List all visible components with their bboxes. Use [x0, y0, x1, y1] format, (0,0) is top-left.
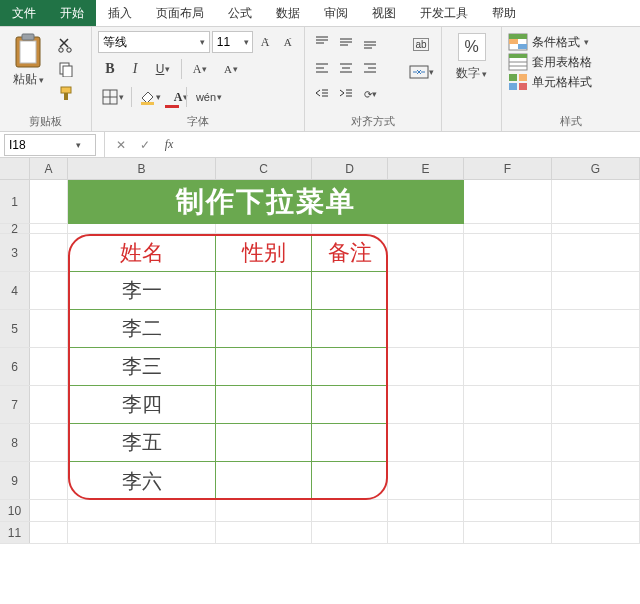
- table-cell[interactable]: 李五: [68, 424, 216, 462]
- cancel-formula-button[interactable]: ✕: [109, 134, 133, 156]
- select-all-corner[interactable]: [0, 158, 30, 179]
- tab-review[interactable]: 审阅: [312, 0, 360, 26]
- copy-button[interactable]: [56, 59, 76, 79]
- row-header[interactable]: 11: [0, 522, 30, 543]
- table-cell[interactable]: 李一: [68, 272, 216, 310]
- table-cell[interactable]: [312, 424, 388, 462]
- chevron-down-icon[interactable]: ▾: [242, 37, 252, 47]
- merge-center-button[interactable]: ▾: [407, 61, 435, 83]
- paste-button[interactable]: 粘贴 ▾: [6, 31, 50, 88]
- copy-icon: [58, 61, 74, 77]
- number-format-button[interactable]: % 数字▾: [450, 33, 494, 82]
- col-header[interactable]: E: [388, 158, 464, 179]
- row-header[interactable]: 7: [0, 386, 30, 423]
- name-box-input[interactable]: [5, 138, 71, 152]
- table-header-name[interactable]: 姓名: [68, 234, 216, 272]
- formula-input[interactable]: [181, 134, 640, 156]
- col-header[interactable]: F: [464, 158, 552, 179]
- group-font: ▾ ▾ Â Ǎ B I U▾ A▾ A▾: [92, 27, 305, 131]
- col-header[interactable]: G: [552, 158, 640, 179]
- font-size-combo[interactable]: ▾: [212, 31, 253, 53]
- enter-formula-button[interactable]: ✓: [133, 134, 157, 156]
- table-cell[interactable]: [216, 386, 312, 424]
- tab-layout[interactable]: 页面布局: [144, 0, 216, 26]
- align-center-button[interactable]: [335, 57, 357, 79]
- indent-right-icon: [338, 86, 354, 102]
- name-box[interactable]: ▾: [4, 134, 96, 156]
- conditional-format-icon: [508, 33, 528, 51]
- align-right-button[interactable]: [359, 57, 381, 79]
- table-cell[interactable]: [216, 462, 312, 500]
- font-size-input[interactable]: [213, 35, 242, 49]
- table-cell[interactable]: 李六: [68, 462, 216, 500]
- font-name-input[interactable]: [99, 35, 196, 49]
- font-grow-a-button[interactable]: A▾: [185, 57, 215, 81]
- col-header[interactable]: D: [312, 158, 388, 179]
- font-name-combo[interactable]: ▾: [98, 31, 210, 53]
- conditional-format-button[interactable]: 条件格式▾: [508, 33, 592, 51]
- row-header[interactable]: 3: [0, 234, 30, 271]
- row-header[interactable]: 5: [0, 310, 30, 347]
- table-cell[interactable]: [216, 310, 312, 348]
- row-header[interactable]: 1: [0, 180, 30, 223]
- decrease-indent-button[interactable]: [311, 83, 333, 105]
- col-header[interactable]: A: [30, 158, 68, 179]
- wrap-text-button[interactable]: ab: [407, 33, 435, 55]
- table-header-note[interactable]: 备注: [312, 234, 388, 272]
- table-cell[interactable]: [312, 348, 388, 386]
- worksheet[interactable]: A B C D E F G 1 2 3 4 5 6 7 8 9 10 11 制作…: [0, 158, 640, 544]
- increase-font-button[interactable]: Â: [255, 31, 276, 53]
- row-header[interactable]: 2: [0, 224, 30, 233]
- col-header[interactable]: C: [216, 158, 312, 179]
- format-as-table-button[interactable]: 套用表格格: [508, 53, 592, 71]
- table-cell[interactable]: [312, 462, 388, 500]
- decrease-font-button[interactable]: Ǎ: [277, 31, 298, 53]
- cell-styles-button[interactable]: 单元格样式: [508, 73, 592, 91]
- table-cell[interactable]: 李三: [68, 348, 216, 386]
- row-header[interactable]: 9: [0, 462, 30, 499]
- chevron-down-icon[interactable]: ▾: [196, 37, 208, 47]
- col-header[interactable]: B: [68, 158, 216, 179]
- insert-function-button[interactable]: fx: [157, 134, 181, 156]
- row-header[interactable]: 4: [0, 272, 30, 309]
- table-cell[interactable]: 李二: [68, 310, 216, 348]
- row-header[interactable]: 10: [0, 500, 30, 521]
- table-cell[interactable]: [216, 348, 312, 386]
- orientation-button[interactable]: ⟳▾: [359, 83, 381, 105]
- table-header-gender[interactable]: 性别: [216, 234, 312, 272]
- align-bottom-button[interactable]: [359, 31, 381, 53]
- table-cell[interactable]: [216, 272, 312, 310]
- tab-dev[interactable]: 开发工具: [408, 0, 480, 26]
- table-cell[interactable]: [312, 386, 388, 424]
- border-button[interactable]: ▾: [98, 85, 128, 109]
- font-shrink-a-button[interactable]: A▾: [216, 57, 246, 81]
- svg-rect-8: [64, 93, 68, 100]
- row-header[interactable]: 6: [0, 348, 30, 385]
- tab-home[interactable]: 开始: [48, 0, 96, 26]
- increase-indent-button[interactable]: [335, 83, 357, 105]
- chevron-down-icon[interactable]: ▾: [71, 140, 85, 150]
- cut-button[interactable]: [56, 35, 76, 55]
- table-cell[interactable]: [312, 272, 388, 310]
- align-left-button[interactable]: [311, 57, 333, 79]
- bold-button[interactable]: B: [98, 57, 122, 81]
- table-cell[interactable]: 李四: [68, 386, 216, 424]
- tab-insert[interactable]: 插入: [96, 0, 144, 26]
- fill-color-button[interactable]: ▾: [135, 85, 165, 109]
- italic-button[interactable]: I: [123, 57, 147, 81]
- phonetic-guide-button[interactable]: wén▾: [194, 85, 224, 109]
- align-top-button[interactable]: [311, 31, 333, 53]
- borders-icon: [102, 89, 118, 105]
- format-painter-button[interactable]: [56, 83, 76, 103]
- table-cell[interactable]: [216, 424, 312, 462]
- tab-formula[interactable]: 公式: [216, 0, 264, 26]
- align-middle-button[interactable]: [335, 31, 357, 53]
- tab-help[interactable]: 帮助: [480, 0, 528, 26]
- row-header[interactable]: 8: [0, 424, 30, 461]
- merged-title-cell[interactable]: 制作下拉菜单: [68, 180, 464, 224]
- underline-button[interactable]: U▾: [148, 57, 178, 81]
- tab-data[interactable]: 数据: [264, 0, 312, 26]
- tab-view[interactable]: 视图: [360, 0, 408, 26]
- table-cell[interactable]: [312, 310, 388, 348]
- tab-file[interactable]: 文件: [0, 0, 48, 26]
